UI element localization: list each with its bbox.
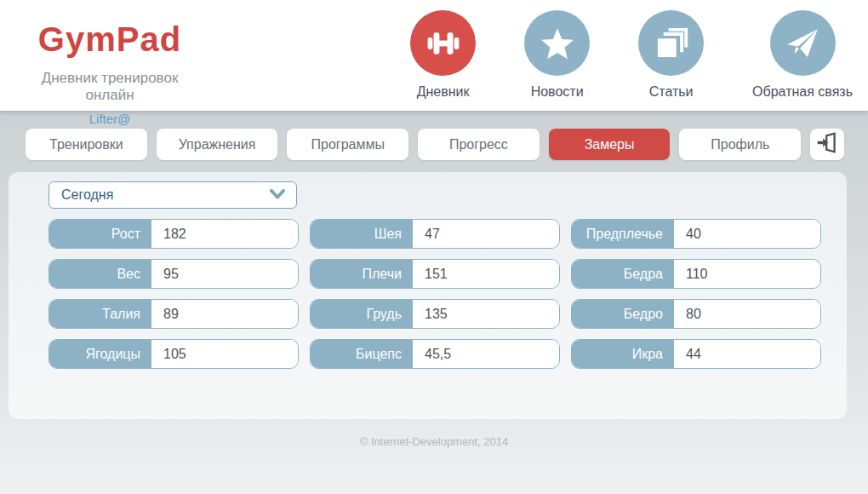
measurements-panel: Сегодня Рост Шея Предплечье xyxy=(9,172,847,419)
measurement-input-bitseps[interactable] xyxy=(413,340,559,368)
tab-measurements[interactable]: Замеры xyxy=(549,129,671,160)
measurement-row-grud: Грудь xyxy=(310,299,560,329)
measurement-row-bedro: Бедро xyxy=(571,299,821,329)
measurement-label: Талия xyxy=(49,300,151,328)
measurement-input-yagoditsy[interactable] xyxy=(151,340,298,368)
date-select[interactable]: Сегодня xyxy=(49,181,297,209)
tab-progress[interactable]: Прогресс xyxy=(418,129,540,160)
measurement-label: Рост xyxy=(49,220,151,248)
nav-label: Новости xyxy=(531,84,584,100)
measurement-row-ves: Вес xyxy=(49,259,299,289)
measurement-row-rost: Рост xyxy=(49,219,299,249)
dumbbell-icon xyxy=(410,10,476,76)
measurement-label: Шея xyxy=(311,220,413,248)
tab-programs[interactable]: Программы xyxy=(287,129,408,160)
measurement-row-yagoditsy: Ягодицы xyxy=(49,339,299,369)
main-nav: Дневник Новости Статьи xyxy=(410,10,853,100)
paper-plane-icon xyxy=(770,10,836,76)
measurement-label: Вес xyxy=(49,260,151,288)
measurement-label: Икра xyxy=(572,340,674,368)
measurement-input-bedra[interactable] xyxy=(674,260,820,288)
measurement-row-taliya: Талия xyxy=(49,299,299,329)
nav-label: Дневник xyxy=(417,84,470,100)
measurement-input-plechi[interactable] xyxy=(413,260,559,288)
gympad-app: GymPad Дневник тренировок онлайн Lifter@… xyxy=(0,0,868,494)
nav-label: Статьи xyxy=(649,84,694,100)
logout-button[interactable] xyxy=(810,129,844,160)
measurements-grid: Рост Шея Предплечье Вес Плечи Бедра xyxy=(49,219,821,369)
measurement-input-taliya[interactable] xyxy=(151,300,298,328)
measurement-input-sheya[interactable] xyxy=(413,220,559,248)
app-subtitle: Дневник тренировок онлайн xyxy=(20,70,199,104)
star-icon xyxy=(524,10,590,76)
measurement-label: Бедра xyxy=(572,260,674,288)
tab-exercises[interactable]: Упражнения xyxy=(157,129,278,160)
measurement-label: Бицепс xyxy=(311,340,413,368)
measurement-label: Плечи xyxy=(311,260,413,288)
measurement-row-plechi: Плечи xyxy=(310,259,560,289)
tab-trainings[interactable]: Тренировки xyxy=(26,129,147,160)
measurement-row-predpleche: Предплечье xyxy=(571,219,821,249)
copyright-text: © Internet-Development, 2014 xyxy=(0,435,868,448)
user-link[interactable]: Lifter@ xyxy=(89,112,131,126)
measurement-input-bedro[interactable] xyxy=(674,300,820,328)
nav-item-news[interactable]: Новости xyxy=(524,10,590,100)
pages-icon xyxy=(638,10,704,76)
measurement-input-ikra[interactable] xyxy=(674,340,820,368)
nav-item-diary[interactable]: Дневник xyxy=(410,10,476,100)
nav-item-articles[interactable]: Статьи xyxy=(638,10,704,100)
exit-door-icon xyxy=(816,131,839,158)
logo[interactable]: GymPad xyxy=(20,20,199,59)
chevron-down-icon xyxy=(270,187,296,203)
nav-item-feedback[interactable]: Обратная связь xyxy=(752,10,853,100)
measurement-row-bitseps: Бицепс xyxy=(310,339,560,369)
tab-bar: Тренировки Упражнения Программы Прогресс… xyxy=(26,129,844,160)
measurement-label: Грудь xyxy=(311,300,413,328)
header: GymPad Дневник тренировок онлайн Lifter@… xyxy=(0,0,868,111)
measurement-input-rost[interactable] xyxy=(151,220,298,248)
measurement-label: Предплечье xyxy=(572,220,674,248)
brand-block: GymPad Дневник тренировок онлайн Lifter@ xyxy=(20,20,199,127)
measurement-row-sheya: Шея xyxy=(310,219,560,249)
tab-profile[interactable]: Профиль xyxy=(679,129,801,160)
measurement-input-ves[interactable] xyxy=(151,260,298,288)
measurement-input-grud[interactable] xyxy=(413,300,559,328)
date-select-value: Сегодня xyxy=(49,187,270,203)
measurement-label: Бедро xyxy=(572,300,674,328)
measurement-row-bedra: Бедра xyxy=(571,259,821,289)
measurement-label: Ягодицы xyxy=(49,340,151,368)
measurement-input-predpleche[interactable] xyxy=(674,220,820,248)
measurement-row-ikra: Икра xyxy=(571,339,821,369)
nav-label: Обратная связь xyxy=(752,84,853,100)
